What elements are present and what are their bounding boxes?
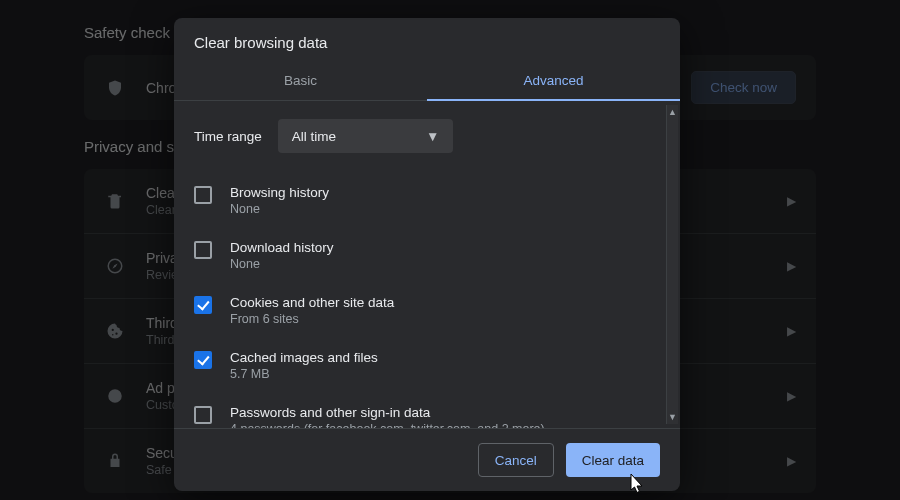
- opt-sub: 5.7 MB: [230, 367, 378, 381]
- option-browsing-history: Browsing history None: [194, 175, 660, 230]
- time-range-select[interactable]: All time ▼: [278, 119, 454, 153]
- opt-sub: From 6 sites: [230, 312, 394, 326]
- dialog-actions: Cancel Clear data: [174, 428, 680, 491]
- option-download-history: Download history None: [194, 230, 660, 285]
- opt-sub: 4 passwords (for facebook.com, twitter.c…: [230, 422, 545, 428]
- checkbox-cache[interactable]: [194, 351, 212, 369]
- opt-title: Browsing history: [230, 185, 329, 200]
- tab-basic[interactable]: Basic: [174, 61, 427, 100]
- option-cache: Cached images and files 5.7 MB: [194, 340, 660, 395]
- option-passwords: Passwords and other sign-in data 4 passw…: [194, 395, 660, 428]
- cancel-button[interactable]: Cancel: [478, 443, 554, 477]
- opt-title: Cookies and other site data: [230, 295, 394, 310]
- opt-sub: None: [230, 257, 334, 271]
- checkbox-cookies[interactable]: [194, 296, 212, 314]
- option-cookies: Cookies and other site data From 6 sites: [194, 285, 660, 340]
- dialog-title: Clear browsing data: [174, 18, 680, 61]
- dialog-tabs: Basic Advanced: [174, 61, 680, 101]
- tab-advanced[interactable]: Advanced: [427, 61, 680, 100]
- scroll-up-icon[interactable]: ▲: [667, 105, 678, 119]
- time-range-label: Time range: [194, 129, 262, 144]
- clear-browsing-data-dialog: Clear browsing data Basic Advanced Time …: [174, 18, 680, 491]
- caret-down-icon: ▼: [426, 129, 439, 144]
- checkbox-browsing-history[interactable]: [194, 186, 212, 204]
- scrollbar[interactable]: ▲ ▼: [666, 105, 678, 424]
- scroll-down-icon[interactable]: ▼: [667, 410, 678, 424]
- time-range-value: All time: [292, 129, 336, 144]
- clear-data-button[interactable]: Clear data: [566, 443, 660, 477]
- opt-title: Passwords and other sign-in data: [230, 405, 545, 420]
- checkbox-download-history[interactable]: [194, 241, 212, 259]
- opt-title: Download history: [230, 240, 334, 255]
- checkbox-passwords[interactable]: [194, 406, 212, 424]
- opt-sub: None: [230, 202, 329, 216]
- opt-title: Cached images and files: [230, 350, 378, 365]
- dialog-scroll-area: Time range All time ▼ Browsing history N…: [174, 101, 680, 428]
